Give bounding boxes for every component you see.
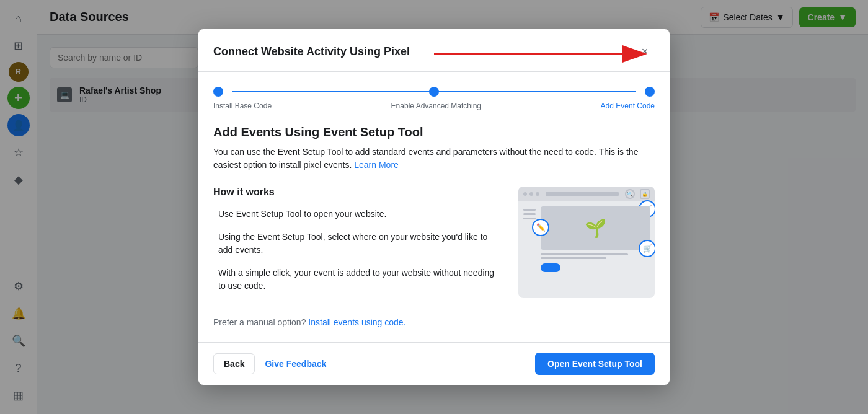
stepper-dot-3 bbox=[645, 87, 655, 97]
modal-header: Connect Website Activity Using Pixel × bbox=[198, 29, 670, 72]
modal-dialog: Connect Website Activity Using Pixel × I… bbox=[198, 29, 670, 385]
illus-image-box: ✏️ 🌱 bbox=[541, 206, 650, 250]
section-desc: You can use the Event Setup Tool to add … bbox=[213, 146, 655, 172]
modal-footer: Back Give Feedback Open Event Setup Tool bbox=[198, 342, 670, 385]
stepper-labels: Install Base Code Enable Advanced Matchi… bbox=[213, 102, 655, 110]
manual-option-text: Prefer a manual option? bbox=[213, 317, 306, 327]
how-it-works-title: How it works bbox=[213, 187, 503, 198]
stepper-dot-1 bbox=[213, 87, 223, 97]
open-event-setup-button[interactable]: Open Event Setup Tool bbox=[535, 353, 655, 375]
manual-option: Prefer a manual option? Install events u… bbox=[213, 317, 655, 327]
how-it-works-step-3: With a simple click, your event is added… bbox=[213, 266, 503, 293]
modal-body: Add Events Using Event Setup Tool You ca… bbox=[198, 110, 670, 342]
stepper-label-2: Enable Advanced Matching bbox=[391, 102, 481, 110]
section-title: Add Events Using Event Setup Tool bbox=[213, 125, 655, 139]
illus-cart-bottom-btn: 🛒 bbox=[639, 240, 655, 257]
illus-main: 🛒 ✏️ 🌱 🛒 bbox=[541, 206, 650, 272]
section-desc-text: You can use the Event Setup Tool to add … bbox=[213, 147, 638, 170]
illus-pencil-btn: ✏️ bbox=[532, 219, 549, 236]
illus-dot-3 bbox=[536, 192, 539, 196]
stepper-dot-2 bbox=[429, 87, 439, 97]
illus-dot-2 bbox=[529, 192, 533, 196]
stepper-track bbox=[213, 87, 655, 97]
illus-bottom-lines bbox=[541, 253, 650, 272]
how-it-works-section: How it works Use Event Setup Tool to ope… bbox=[213, 187, 655, 302]
stepper-label-3: Add Event Code bbox=[601, 102, 655, 110]
illus-content: 🛒 ✏️ 🌱 🛒 bbox=[518, 201, 655, 277]
how-it-works-text: How it works Use Event Setup Tool to ope… bbox=[213, 187, 503, 302]
modal-close-button[interactable]: × bbox=[635, 42, 655, 61]
illus-toggle bbox=[541, 263, 560, 272]
back-button[interactable]: Back bbox=[213, 353, 255, 374]
stepper-label-1: Install Base Code bbox=[213, 102, 272, 110]
illustration: 🔍 🔒 🛒 ✏️ 🌱 bbox=[518, 187, 655, 298]
how-it-works-step-1: Use Event Setup Tool to open your websit… bbox=[213, 208, 503, 221]
how-it-works-step-2: Using the Event Setup Tool, select where… bbox=[213, 231, 503, 257]
install-link[interactable]: Install events using code. bbox=[308, 317, 405, 327]
give-feedback-button[interactable]: Give Feedback bbox=[262, 354, 329, 374]
illus-dot-1 bbox=[523, 192, 527, 196]
modal-title: Connect Website Activity Using Pixel bbox=[213, 45, 410, 58]
illus-sidebar-lines bbox=[523, 206, 536, 272]
stepper: Install Base Code Enable Advanced Matchi… bbox=[198, 72, 670, 110]
learn-more-link[interactable]: Learn More bbox=[354, 160, 399, 170]
illus-browser-bar: 🔍 🔒 bbox=[518, 187, 655, 201]
